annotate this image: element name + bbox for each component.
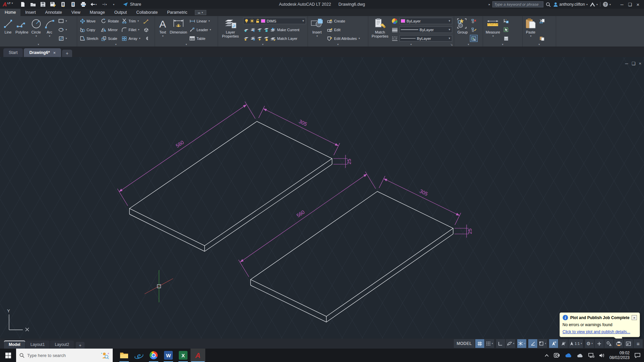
status-bar-customize-button[interactable]: ≡	[634, 339, 643, 348]
taskbar-clock[interactable]: 09:02 08/02/2023	[609, 351, 630, 360]
layers-panel-expander[interactable]: ▾	[218, 42, 308, 47]
taskbar-chrome[interactable]	[146, 349, 161, 362]
copy-clip-button[interactable]	[538, 35, 545, 42]
slab-2[interactable]	[251, 191, 453, 322]
ellipse-tool-button[interactable]: ▾	[58, 26, 68, 33]
save-button[interactable]	[40, 1, 46, 7]
tab-annotate[interactable]: Annotate	[41, 9, 67, 16]
tab-view[interactable]: View	[67, 9, 85, 16]
hatch-tool-button[interactable]: ▾	[58, 35, 68, 42]
file-tab-drawing6[interactable]: Drawing6* ×	[24, 48, 61, 57]
circle-button[interactable]: Circle ▾	[30, 17, 43, 42]
text-button[interactable]: A Text ▾	[157, 17, 169, 42]
lineweight-dropdown[interactable]: ByLayer ▼	[399, 26, 452, 33]
move-button[interactable]: Move	[79, 18, 99, 24]
ribbon-minimize-button[interactable]: ▬▾	[195, 10, 206, 15]
trim-button[interactable]: Trim▾	[121, 18, 141, 24]
new-file-button[interactable]	[19, 1, 26, 7]
minimize-button[interactable]: ─	[618, 1, 626, 8]
annotation-visibility-toggle[interactable]	[549, 339, 558, 348]
tab-manage[interactable]: Manage	[85, 9, 110, 16]
print-button[interactable]	[80, 1, 87, 7]
plot-status-button[interactable]	[614, 339, 623, 348]
insert-button[interactable]: Insert ▾	[310, 17, 324, 42]
layer-freeze-button[interactable]	[257, 27, 262, 33]
layer-dropdown[interactable]: DIMS ▼	[243, 18, 306, 24]
layer-off-button[interactable]	[243, 27, 249, 33]
snap-toggle[interactable]: ▾	[485, 339, 494, 348]
layer-unlock-all-button[interactable]	[263, 36, 269, 41]
layer-unisolate-button[interactable]	[250, 36, 256, 41]
copy-button[interactable]: Copy	[79, 26, 99, 33]
draw-panel-expander[interactable]: ▾	[0, 42, 77, 47]
edit-attributes-button[interactable]: Edit Attributes▾	[326, 35, 361, 42]
grid-toggle[interactable]	[475, 339, 484, 348]
block-panel-expander[interactable]: ▾	[308, 42, 368, 47]
undo-button[interactable]: ▾	[90, 1, 97, 7]
linetype-dropdown[interactable]: ByLayer ▼	[399, 35, 452, 42]
tab-output[interactable]: Output	[110, 9, 132, 16]
quick-select-button[interactable]	[503, 18, 510, 24]
network-icon[interactable]	[588, 353, 594, 358]
taskbar-file-explorer[interactable]	[117, 349, 131, 362]
action-center-icon[interactable]	[634, 353, 641, 358]
annotation-autoscale-toggle[interactable]	[559, 339, 568, 348]
slab2-width-dim[interactable]: 305	[419, 188, 429, 197]
rotate-button[interactable]: Rotate	[100, 18, 119, 24]
properties-dialog-launcher[interactable]: ↘	[450, 43, 453, 46]
layout-tab-layout2[interactable]: Layout2	[50, 341, 74, 349]
explode-button[interactable]	[143, 26, 150, 33]
help-search-box[interactable]	[492, 1, 543, 7]
quick-calc-button[interactable]	[503, 35, 510, 42]
workspace-switching-button[interactable]: ⚙▾	[585, 339, 594, 348]
plot-preview-button[interactable]	[70, 1, 76, 7]
speaker-icon[interactable]	[599, 353, 605, 358]
group-edit-button[interactable]	[470, 26, 477, 33]
annotation-panel-expander[interactable]: ▾	[155, 42, 218, 47]
cloud-icon[interactable]	[577, 353, 584, 358]
notification-details-link[interactable]: Click to view plot and publish details..…	[562, 329, 637, 334]
taskbar-word[interactable]: W	[161, 349, 176, 362]
make-current-button[interactable]: Make Current	[270, 26, 300, 33]
isolate-objects-button[interactable]	[604, 339, 613, 348]
qat-customize-button[interactable]: ▾	[110, 1, 117, 7]
edit-block-button[interactable]: Edit	[326, 26, 361, 33]
save-as-button[interactable]	[50, 1, 56, 7]
notification-close-button[interactable]: ×	[632, 315, 637, 320]
redo-button[interactable]: ▾	[100, 1, 107, 7]
taskbar-excel[interactable]: X	[176, 349, 191, 362]
tab-parametric[interactable]: Parametric	[162, 9, 192, 16]
select-similar-button[interactable]	[503, 26, 510, 33]
measure-button[interactable]: Measure ▾	[485, 17, 501, 42]
layer-on-all-button[interactable]	[243, 36, 249, 41]
mirror-button[interactable]: Mirror	[100, 26, 119, 33]
polar-tracking-toggle[interactable]: ▾	[506, 339, 516, 348]
linear-dimension-button[interactable]: Linear▾	[189, 18, 212, 24]
match-layer-button[interactable]: Match Layer	[270, 35, 298, 42]
help-search-input[interactable]	[494, 2, 542, 6]
model-space-canvas[interactable]: ─ ❏ × 560 305	[0, 57, 644, 339]
clipboard-panel-expander[interactable]: ▾	[523, 42, 556, 47]
infocenter-collapse-icon[interactable]: ▸	[489, 3, 490, 6]
restore-button[interactable]: ❏	[626, 1, 634, 8]
new-layout-button[interactable]: +	[76, 342, 85, 349]
slab1-width-dim[interactable]: 305	[298, 118, 308, 127]
create-block-button[interactable]: Create	[326, 18, 361, 24]
autodesk-app-button[interactable]: ▾	[590, 2, 598, 6]
taskbar-search-input[interactable]	[27, 353, 98, 358]
layer-properties-button[interactable]: Layer Properties	[220, 17, 241, 42]
ungroup-button[interactable]	[470, 18, 477, 24]
layer-isolate-button[interactable]	[250, 27, 256, 33]
table-button[interactable]: Table	[189, 35, 212, 42]
slab2-thickness-dim[interactable]: 25	[467, 229, 473, 234]
meet-now-icon[interactable]	[554, 353, 560, 358]
signed-in-user[interactable]: anthony.clifton ▾	[553, 2, 588, 7]
erase-button[interactable]	[143, 18, 150, 24]
open-file-button[interactable]	[30, 1, 36, 7]
help-button[interactable]: ? ▾	[603, 2, 611, 7]
slab2-length-dim[interactable]: 560	[296, 209, 306, 218]
ortho-toggle[interactable]	[496, 339, 505, 348]
layout-tab-model[interactable]: Model	[4, 341, 25, 349]
clean-screen-button[interactable]	[624, 339, 633, 348]
line-button[interactable]: Line	[2, 17, 14, 42]
